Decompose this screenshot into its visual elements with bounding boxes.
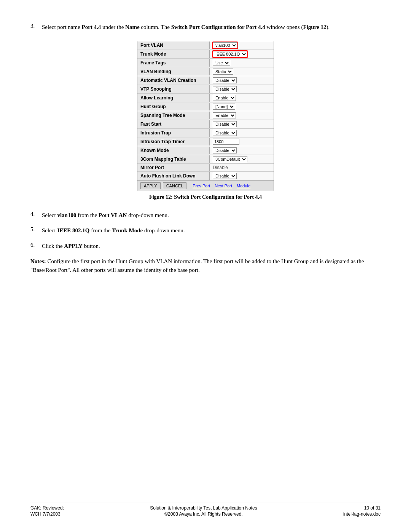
apply-button[interactable]: APPLY [140, 182, 161, 189]
step-6: 6. Click the APPLY button. [30, 242, 381, 251]
label-trunk-mode: Trunk Mode [137, 50, 210, 58]
row-frame-tags: Frame Tags Use [137, 59, 274, 67]
step-4-text: Select vlan100 from the Port VLAN drop-d… [42, 211, 169, 220]
label-vlan-binding: VLAN Binding [137, 68, 210, 75]
row-3com-mapping: 3Com Mapping Table 3ComDefault [137, 155, 274, 164]
label-known-mode: Known Mode [137, 147, 210, 154]
label-3com-mapping: 3Com Mapping Table [137, 155, 210, 163]
config-table: Port VLAN vlan100 Trunk Mode IEEE 802.1Q [137, 41, 274, 191]
row-spanning-tree: Spanning Tree Mode Enable [137, 111, 274, 120]
row-intrusion-trap: Intrusion Trap Disable [137, 129, 274, 137]
row-known-mode: Known Mode Disable [137, 146, 274, 155]
module-link[interactable]: Module [237, 184, 250, 188]
select-intrusion-trap[interactable]: Disable [213, 130, 237, 136]
value-frame-tags: Use [210, 59, 274, 67]
label-allow-learning: Allow Learning [137, 94, 210, 102]
label-hunt-group: Hunt Group [137, 103, 210, 110]
select-frame-tags[interactable]: Use [213, 60, 230, 66]
label-fast-start: Fast Start [137, 120, 210, 128]
footer-filename: intel-lag-notes.doc [343, 511, 381, 517]
select-hunt-group[interactable]: [None] [213, 104, 235, 110]
value-port-vlan: vlan100 [210, 41, 274, 50]
value-fast-start: Disable [210, 120, 274, 128]
row-port-vlan: Port VLAN vlan100 [137, 41, 274, 50]
row-mirror-port: Mirror Port Disable [137, 164, 274, 172]
select-auto-flush[interactable]: Disable [213, 173, 237, 179]
document-content: 3. Select port name Port 4.4 under the N… [30, 23, 381, 274]
footer-date: WCH 7/7/2003 [30, 511, 64, 517]
step-6-text: Click the APPLY button. [42, 242, 100, 251]
bold-name: Name [125, 24, 140, 30]
step-4: 4. Select vlan100 from the Port VLAN dro… [30, 211, 381, 220]
label-mirror-port: Mirror Port [137, 164, 210, 171]
value-vtp-snooping: Disable [210, 85, 274, 93]
footer-pages: 10 of 31 [343, 505, 381, 511]
label-intrusion-trap: Intrusion Trap [137, 129, 210, 137]
cancel-button[interactable]: CANCEL [163, 182, 187, 189]
value-trunk-mode: IEEE 802.1Q [210, 50, 274, 58]
step-5-text: Select IEEE 802.1Q from the Trunk Mode d… [42, 226, 185, 235]
select-vlan-binding[interactable]: Static [213, 69, 233, 75]
select-trunk-mode[interactable]: IEEE 802.1Q [213, 51, 247, 57]
value-spanning-tree: Enable [210, 111, 274, 120]
notes-text: Configure the first port in the Hunt Gro… [30, 258, 364, 273]
label-intrusion-trap-timer: Intrusion Trap Timer [137, 138, 210, 145]
label-port-vlan: Port VLAN [137, 42, 210, 49]
footer-center: Solution & Interoperability Test Lab App… [150, 505, 257, 517]
value-auto-vlan: Disable [210, 76, 274, 85]
label-spanning-tree: Spanning Tree Mode [137, 112, 210, 119]
label-auto-flush: Auto Flush on Link Down [137, 172, 210, 180]
value-hunt-group: [None] [210, 102, 274, 111]
select-spanning-tree[interactable]: Enable [213, 112, 236, 118]
bold-port44: Port 4.4 [82, 24, 101, 30]
label-frame-tags: Frame Tags [137, 59, 210, 67]
next-port-link[interactable]: Next Port [215, 184, 232, 188]
footer-right: 10 of 31 intel-lag-notes.doc [343, 505, 381, 517]
button-bar: APPLY CANCEL Prev Port Next Port Module [137, 181, 274, 191]
step-3: 3. Select port name Port 4.4 under the N… [30, 23, 381, 32]
value-vlan-binding: Static [210, 67, 274, 76]
notes-label: Notes: [30, 258, 46, 264]
footer-left: GAK; Reviewed: WCH 7/7/2003 [30, 505, 64, 517]
input-intrusion-trap-timer[interactable] [213, 139, 239, 145]
bold-portvlan: Port VLAN [99, 212, 127, 218]
bold-apply: APPLY [64, 243, 83, 249]
bold-fig12: Figure 12 [303, 24, 326, 30]
step-5-number: 5. [30, 226, 38, 235]
bold-swconfig: Switch Port Configuration for Port 4.4 [171, 24, 265, 30]
row-intrusion-trap-timer: Intrusion Trap Timer [137, 137, 274, 146]
row-hunt-group: Hunt Group [None] [137, 102, 274, 111]
value-intrusion-trap: Disable [210, 129, 274, 137]
notes-block: Notes: Configure the first port in the H… [30, 257, 381, 274]
row-auto-flush: Auto Flush on Link Down Disable [137, 172, 274, 181]
step-3-number: 3. [30, 23, 38, 32]
bold-trunkmode: Trunk Mode [112, 227, 143, 233]
value-3com-mapping: 3ComDefault [210, 155, 274, 163]
select-vtp-snooping[interactable]: Disable [213, 86, 237, 92]
value-auto-flush: Disable [210, 172, 274, 180]
footer: GAK; Reviewed: WCH 7/7/2003 Solution & I… [30, 503, 381, 517]
value-known-mode: Disable [210, 146, 274, 155]
bold-vlan100: vlan100 [57, 212, 76, 218]
figure-caption: Figure 12: Switch Port Configuration for… [149, 194, 262, 200]
value-allow-learning: Enable [210, 94, 274, 102]
select-fast-start[interactable]: Disable [213, 121, 237, 127]
select-port-vlan[interactable]: vlan100 [213, 42, 237, 48]
select-3com-mapping[interactable]: 3ComDefault [213, 156, 247, 162]
bold-ieee8021q: IEEE 802.1Q [57, 227, 89, 233]
footer-center1: Solution & Interoperability Test Lab App… [150, 505, 257, 511]
prev-port-link[interactable]: Prev Port [193, 184, 210, 188]
row-trunk-mode: Trunk Mode IEEE 802.1Q [137, 50, 274, 59]
footer-center2: ©2003 Avaya Inc. All Rights Reserved. [150, 511, 257, 517]
step-6-number: 6. [30, 242, 38, 251]
footer-reviewer: GAK; Reviewed: [30, 505, 64, 511]
row-vtp-snooping: VTP Snooping Disable [137, 85, 274, 94]
step-3-text: Select port name Port 4.4 under the Name… [42, 23, 330, 32]
select-allow-learning[interactable]: Enable [213, 95, 236, 101]
select-auto-vlan[interactable]: Disable [213, 77, 237, 83]
row-allow-learning: Allow Learning Enable [137, 94, 274, 102]
figure-12-container: Port VLAN vlan100 Trunk Mode IEEE 802.1Q [30, 41, 381, 207]
row-auto-vlan: Automatic VLAN Creation Disable [137, 76, 274, 85]
row-vlan-binding: VLAN Binding Static [137, 67, 274, 76]
select-known-mode[interactable]: Disable [213, 147, 237, 153]
